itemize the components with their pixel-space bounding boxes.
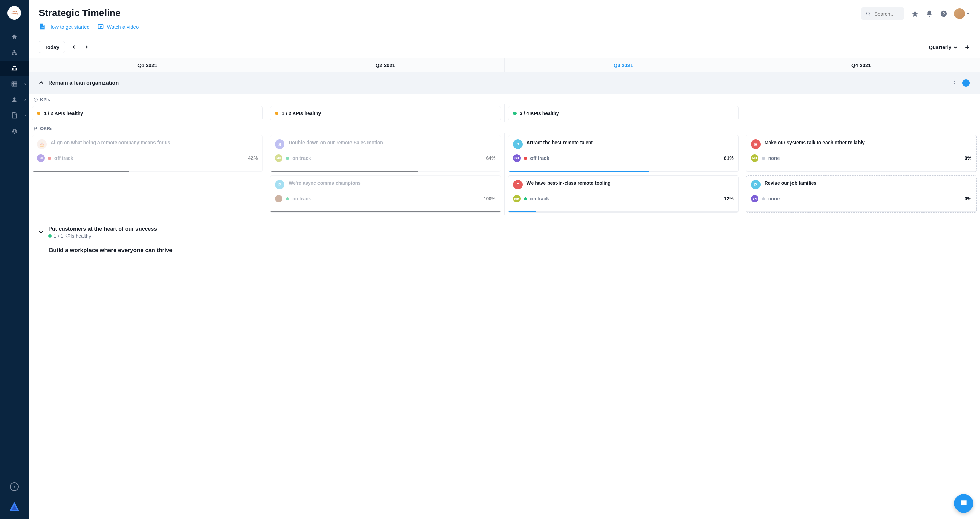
app-logo-icon: [8, 501, 21, 513]
search-input[interactable]: [874, 11, 900, 17]
help-icon: ?: [940, 10, 947, 17]
owner-avatar: MH: [513, 195, 520, 202]
chevron-right-icon: ›: [24, 113, 26, 117]
okr-col-q1: 🎂 Align on what being a remote company m…: [29, 133, 266, 214]
nav-home[interactable]: [0, 29, 29, 45]
help-button[interactable]: ?: [940, 10, 947, 17]
chevron-down-icon: ▼: [966, 12, 970, 16]
svg-rect-2: [14, 50, 15, 52]
kpi-card[interactable]: 1 / 2 KPIs healthy: [270, 106, 501, 121]
okr-card[interactable]: P We're async comms champions on track 1…: [270, 176, 501, 213]
kpi-card[interactable]: 3 / 4 KPIs healthy: [508, 106, 739, 121]
section-title: Put customers at the heart of our succes…: [48, 226, 157, 232]
section-header: Remain a lean organization ⋮ +: [29, 73, 980, 94]
nav-docs[interactable]: ›: [0, 108, 29, 123]
gauge-icon: [33, 97, 38, 102]
svg-rect-3: [12, 54, 14, 55]
how-to-link[interactable]: How to get started: [39, 23, 90, 30]
status-text: none: [768, 156, 780, 161]
grid-icon: [11, 81, 18, 87]
quarter-q4[interactable]: Q4 2021: [743, 58, 980, 72]
org-logo[interactable]: GiantLeapfrog: [8, 6, 21, 20]
collapse-toggle[interactable]: [39, 230, 44, 235]
chat-icon: [959, 499, 968, 508]
category-avatar: P: [513, 140, 523, 149]
timeline: Q1 2021 Q2 2021 Q3 2021 Q4 2021 Remain a…: [29, 58, 980, 519]
status-text: off track: [54, 156, 73, 161]
owner-avatar: SH: [751, 195, 759, 202]
status-dot: [48, 157, 51, 160]
section-title: Build a workplace where everyone can thr…: [29, 242, 980, 257]
okr-percent: 42%: [248, 156, 258, 161]
chevron-down-icon: [39, 230, 43, 234]
okr-card[interactable]: E Make our systems talk to each other re…: [746, 135, 977, 172]
owner-avatar: MH: [275, 154, 282, 162]
favorites-button[interactable]: [911, 10, 919, 17]
okr-card[interactable]: 🎂 Align on what being a remote company m…: [32, 135, 263, 172]
kpi-col-q1: 1 / 2 KPIs healthy: [29, 104, 266, 122]
video-link[interactable]: Watch a video: [97, 23, 139, 30]
org-chart-icon: [11, 49, 18, 56]
header-right: ? ▼: [861, 8, 970, 20]
kpi-col-q3: 3 / 4 KPIs healthy: [504, 104, 743, 122]
bank-icon: [11, 65, 18, 72]
section-add-button[interactable]: +: [962, 79, 970, 87]
quarter-q3[interactable]: Q3 2021: [504, 58, 743, 72]
today-button[interactable]: Today: [39, 41, 65, 53]
nav-settings[interactable]: [0, 123, 29, 139]
progress-bar: [746, 211, 976, 212]
section-title: Remain a lean organization: [48, 80, 119, 86]
collapse-toggle[interactable]: [39, 80, 44, 86]
notifications-button[interactable]: [926, 10, 933, 17]
flag-icon: [33, 126, 38, 131]
search-box[interactable]: [861, 8, 904, 20]
okr-percent: 64%: [486, 156, 495, 161]
category-avatar: P: [751, 180, 760, 189]
section-header: Put customers at the heart of our succes…: [29, 219, 980, 242]
kpi-card[interactable]: 1 / 2 KPIs healthy: [32, 106, 263, 121]
okr-title: Attract the best remote talent: [527, 140, 593, 149]
status-text: on track: [292, 156, 311, 161]
owner-avatar: SH: [513, 154, 520, 162]
nav-people[interactable]: ›: [0, 92, 29, 108]
user-avatar: [954, 8, 965, 19]
view-selector[interactable]: Quarterly: [929, 44, 958, 50]
nav-strategy[interactable]: [0, 60, 29, 76]
okr-percent: 12%: [724, 196, 733, 202]
okr-card[interactable]: P Attract the best remote talent SH off …: [508, 135, 739, 172]
header-left: Strategic Timeline How to get started Wa…: [39, 8, 139, 30]
okr-col-q3: P Attract the best remote talent SH off …: [504, 133, 743, 214]
expand-sidebar-button[interactable]: ›: [10, 482, 19, 491]
nav-projects[interactable]: ›: [0, 76, 29, 92]
kpi-row: 1 / 2 KPIs healthy 1 / 2 KPIs healthy 3 …: [29, 104, 980, 122]
person-icon: [11, 96, 18, 103]
document-icon: [39, 23, 46, 30]
okr-card[interactable]: P Revise our job families SH none 0%: [746, 176, 977, 213]
prev-button[interactable]: [70, 41, 78, 53]
quarter-q2[interactable]: Q2 2021: [266, 58, 504, 72]
section-actions: ⋮ +: [952, 79, 970, 87]
svg-rect-8: [41, 27, 44, 28]
okr-row: 🎂 Align on what being a remote company m…: [29, 133, 980, 219]
search-icon: [865, 10, 871, 17]
category-avatar: 🎂: [37, 140, 47, 149]
next-button[interactable]: [83, 41, 91, 53]
okr-card[interactable]: E We have best-in-class remote tooling M…: [508, 176, 739, 213]
quarter-q1[interactable]: Q1 2021: [29, 58, 266, 72]
gear-icon: [11, 127, 18, 134]
okr-col-q2: S Double-down on our remote Sales motion…: [266, 133, 504, 214]
okr-card[interactable]: S Double-down on our remote Sales motion…: [270, 135, 501, 172]
chevron-left-icon: [72, 45, 76, 49]
chat-button[interactable]: [954, 494, 973, 513]
sidebar: GiantLeapfrog › › › ›: [0, 0, 29, 519]
nav-org[interactable]: [0, 45, 29, 60]
status-text: on track: [292, 196, 311, 202]
toolbar-right: Quarterly +: [929, 43, 970, 52]
section-menu-button[interactable]: ⋮: [952, 80, 958, 86]
add-button[interactable]: +: [965, 43, 970, 52]
status-text: on track: [530, 196, 549, 202]
user-menu[interactable]: ▼: [954, 8, 970, 19]
progress-bar: [746, 171, 976, 172]
status-dot: [762, 157, 765, 160]
chevron-right-icon: ›: [24, 82, 26, 86]
